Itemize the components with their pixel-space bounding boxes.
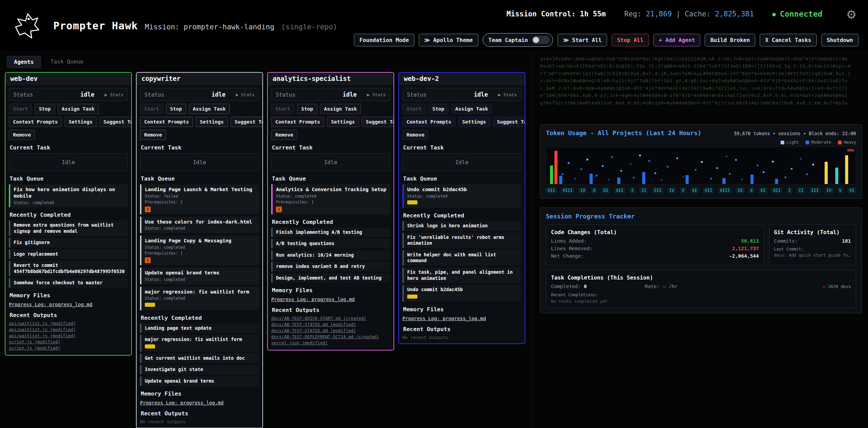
stop-all-button[interactable]: Stop All [611,34,649,46]
remove-button[interactable]: Remove [140,130,166,140]
agent-body: Status idle ▶ Stats Start Stop Assign Ta… [268,85,394,350]
build-broken-button[interactable]: Build Broken [705,34,755,46]
queue-task-item[interactable]: Analytics & Conversion Tracking SetupSta… [271,184,390,214]
queue-task-item[interactable]: Use these colors for index-dark.htmlStat… [140,217,259,233]
stats-toggle[interactable]: ▶ Stats [105,92,123,97]
foundation-mode-button[interactable]: Foundation Mode [354,34,414,46]
team-captain-toggle[interactable]: Team Captain [483,33,553,47]
completed-task-item[interactable]: A/B testing questions [271,239,390,248]
start-all-button[interactable]: ≫ Start All [557,34,607,46]
token-usage-dot [812,164,814,166]
stop-button[interactable]: Stop [297,104,317,114]
output-file-link[interactable]: docs/AB-TEST-DEPLOYMENT-OCT24.md (create… [271,334,390,339]
queue-task-item[interactable]: Undo commit b2dac45bStatus: completed [402,184,521,208]
context-prompts-button[interactable]: Context Prompts [140,117,193,127]
completed-task-item[interactable]: Investigate git state [140,365,259,374]
stats-toggle[interactable]: ▶ Stats [367,92,386,97]
task-title: remove index variant B and retry [276,263,387,270]
assign-task-button[interactable]: Assign Task [320,104,361,114]
completed-task-item[interactable]: Design, implement, and test AB testing [271,273,390,283]
output-file-link[interactable]: vercel.json (modified) [271,340,390,345]
completed-task-item[interactable]: remove index variant B and retry [271,262,390,271]
completed-task-item[interactable]: Get current waitlist emails into doc [140,354,259,363]
output-file-link[interactable]: api/waitlist.js (modified) [9,321,128,326]
agent-name: web-dev-2 [399,73,525,85]
completed-task-item[interactable]: major regression: fix waitlist form [140,335,259,352]
stop-button[interactable]: Stop [166,104,186,114]
tab-agents[interactable]: Agents [7,56,41,68]
completed-task-item[interactable]: Logo replacement [9,249,128,259]
suggest-task-button[interactable]: Suggest Task [99,117,132,127]
start-button[interactable]: Start [271,104,294,114]
queue-task-item[interactable]: Update openai brand termsStatus: complet… [140,268,259,284]
settings-button[interactable]: Settings [327,117,359,127]
rate: Rate: — /hr [645,284,678,289]
recent-outputs-heading: Recent Outputs [403,326,521,332]
remove-button[interactable]: Remove [9,130,35,140]
start-button[interactable]: Start [402,104,426,114]
token-usage-header: Token Usage - All Projects (Last 24 Hour… [546,129,856,137]
completed-task-item[interactable]: Fix 'unreliable results' robot arms anim… [402,233,521,248]
output-file-link[interactable]: api/waitlist.js (modified) [9,327,128,332]
memory-file-link[interactable]: Progress Log: progress_log.md [140,400,223,405]
completed-task-item[interactable]: Remove extra questions from waitlist sig… [9,220,128,236]
completed-task-item[interactable]: Revert to commit 454f7b8bd67bd1fcdbfb4e8… [9,261,128,276]
settings-button[interactable]: Settings [458,117,490,127]
agent-card-analytics-specialist: analytics-specialist Status idle ▶ Stats… [267,72,394,351]
start-button[interactable]: Start [140,104,163,114]
toggle-switch-icon[interactable] [532,36,550,44]
assign-task-button[interactable]: Assign Task [451,104,492,114]
output-file-link[interactable]: docs/AB-TEST-STATUS.md (modified) [271,322,390,327]
output-file-link[interactable]: docs/AB-TEST-QUICK-START.md (created) [271,316,390,321]
assign-task-button[interactable]: Assign Task [189,104,230,114]
memory-file-link[interactable]: Progress Log: progress_log.md [402,316,486,321]
queue-task-item[interactable]: Landing Page Launch & Market TestingStat… [140,184,259,214]
hour-label: XI [759,187,767,194]
completed-task-item[interactable]: Fix task, pipe, and panel alignment in h… [402,268,521,283]
completed-task-item[interactable]: Run analytics: 10/24 morning [271,251,390,260]
settings-gear-icon[interactable]: ⚙ [847,7,856,21]
completed-task-item[interactable]: Shrink logo in hero animation [402,221,521,231]
task-title: Landing Page Copy & Messaging [145,238,256,244]
settings-button[interactable]: Settings [196,117,228,127]
memory-file-link[interactable]: Progress Log: progress_log.md [9,302,92,307]
agent-name: web-dev [5,73,131,85]
task-queue-heading: Task Queue [10,175,127,182]
queue-task-item[interactable]: major regression: fix waitlist formStatu… [140,287,259,310]
output-file-link[interactable]: docs/AB-TEST-STATUS.md (modified) [271,328,390,333]
completed-task-item[interactable]: Write helper doc with email list command [402,250,521,266]
shutdown-button[interactable]: Shutdown [821,34,858,46]
stats-toggle[interactable]: ▶ Stats [498,92,517,97]
completed-task-item[interactable]: Landing page text update [140,324,259,333]
start-button[interactable]: Start [9,104,32,114]
suggest-task-button[interactable]: Suggest Task [362,117,394,127]
memory-file-link[interactable]: Progress Log: progress_log.md [271,297,355,302]
completed-task-item[interactable]: Fix gitignore [9,238,128,247]
output-file-link[interactable]: script.js (modified) [9,339,128,344]
cancel-tasks-button[interactable]: X Cancel Tasks [760,34,817,46]
remove-button[interactable]: Remove [271,130,297,140]
context-prompts-button[interactable]: Context Prompts [271,117,324,127]
context-prompts-button[interactable]: Context Prompts [402,117,455,127]
add-agent-button[interactable]: + Add Agent [653,34,701,46]
completed-task-item[interactable]: Finish implementing A/B testing [271,228,390,237]
stop-button[interactable]: Stop [35,104,55,114]
settings-button[interactable]: Settings [65,117,97,127]
assign-task-button[interactable]: Assign Task [58,104,99,114]
stop-button[interactable]: Stop [428,104,449,114]
queue-task-item[interactable]: Fix how hero animation displays on mobil… [9,184,128,207]
queue-task-item[interactable]: Landing Page Copy & MessagingStatus: com… [140,236,259,266]
completed-task-item[interactable]: Somehow force checkout to master [9,278,128,288]
tab-task-queue[interactable]: Task Queue [44,56,90,68]
remove-button[interactable]: Remove [402,130,428,140]
agent-body: Status idle ▶ Stats Start Stop Assign Ta… [399,85,525,343]
context-prompts-button[interactable]: Context Prompts [9,117,62,127]
suggest-task-button[interactable]: Suggest Task [493,117,525,127]
output-file-link[interactable]: api/waitlist.js (modified) [9,333,128,338]
completed-task-item[interactable]: Update openai brand terms [140,376,259,386]
suggest-task-button[interactable]: Suggest Task [231,117,263,127]
stats-toggle[interactable]: ▶ Stats [236,92,254,97]
apollo-theme-button[interactable]: ≫ Apollo Theme [419,34,478,46]
completed-task-item[interactable]: Undo commit b2dac45b [402,285,521,302]
output-file-link[interactable]: script.js (modified) [9,345,128,351]
